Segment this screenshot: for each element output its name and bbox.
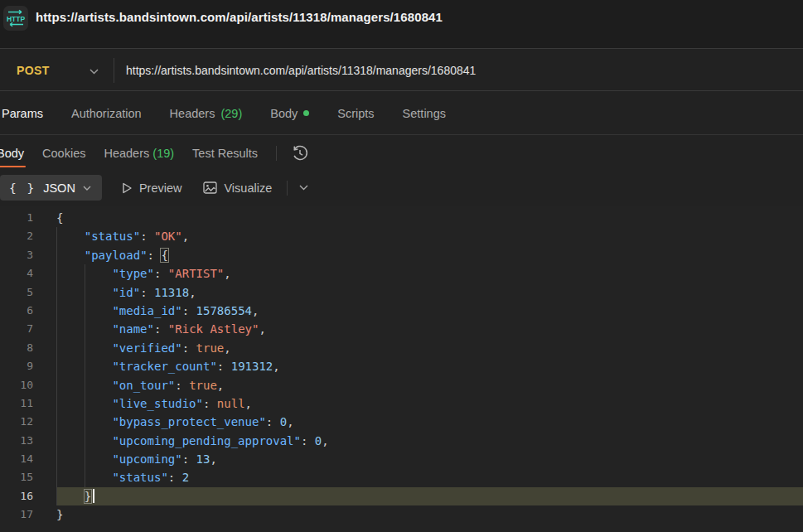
- tab-scripts[interactable]: Scripts: [337, 107, 374, 120]
- divider: [287, 181, 288, 196]
- request-tabs: Params Authorization Headers (29) Body S…: [0, 92, 803, 135]
- code-line: 11"live_studio": null,: [0, 394, 803, 413]
- visualize-button[interactable]: Visualize: [203, 181, 272, 195]
- method-label: POST: [17, 64, 50, 77]
- tab-params[interactable]: Params: [2, 107, 43, 120]
- url-input[interactable]: https://artists.bandsintown.com/api/arti…: [114, 50, 803, 90]
- code-line: 17}: [0, 505, 803, 524]
- request-title: https://artists.bandsintown.com/api/arti…: [36, 10, 443, 24]
- response-tab-headers-label: Headers: [104, 147, 149, 160]
- method-dropdown[interactable]: POST: [0, 50, 114, 90]
- request-url-row: POST https://artists.bandsintown.com/api…: [0, 50, 803, 91]
- tab-settings-label: Settings: [403, 107, 446, 120]
- request-title-bar: HTTP https://artists.bandsintown.com/api…: [0, 0, 803, 49]
- response-history-button[interactable]: [290, 143, 310, 163]
- response-headers-count-badge: (19): [152, 147, 174, 160]
- response-tab-cookies-label: Cookies: [42, 147, 85, 160]
- tab-body[interactable]: Body: [270, 107, 309, 120]
- code-line: 15"status": 2: [0, 468, 803, 486]
- response-format-dropdown[interactable]: { } JSON: [0, 175, 102, 201]
- preview-button[interactable]: Preview: [122, 181, 182, 195]
- line-number: 4: [0, 264, 33, 283]
- braces-icon: { }: [9, 181, 36, 195]
- line-number: 12: [0, 413, 33, 431]
- line-number: 5: [0, 283, 33, 302]
- line-number: 11: [0, 394, 33, 413]
- code-line: 10"on_tour": true,: [0, 376, 803, 394]
- line-number: 17: [0, 505, 33, 524]
- line-number: 15: [0, 468, 33, 486]
- code-line: 6"media_id": 15786554,: [0, 302, 803, 320]
- line-number: 8: [0, 339, 33, 357]
- preview-label: Preview: [139, 181, 182, 195]
- format-label: JSON: [43, 181, 75, 195]
- response-tabs: Body Cookies Headers (19) Test Results: [0, 136, 803, 170]
- line-number: 9: [0, 357, 33, 375]
- response-tab-test-results-label: Test Results: [192, 147, 258, 160]
- more-formats-chevron[interactable]: [299, 185, 308, 191]
- tab-settings[interactable]: Settings: [403, 107, 446, 120]
- http-method-icon: HTTP: [3, 6, 28, 31]
- tab-scripts-label: Scripts: [337, 107, 374, 120]
- response-tab-test-results[interactable]: Test Results: [192, 136, 258, 170]
- code-line: 12"bypass_protect_venue": 0,: [0, 413, 803, 431]
- chevron-down-icon: [83, 186, 91, 191]
- tab-headers-label: Headers: [170, 107, 215, 120]
- line-number: 10: [0, 376, 33, 394]
- clock-history-icon: [290, 143, 310, 163]
- line-number: 14: [0, 450, 33, 468]
- code-line: 7"name": "Rick Astley",: [0, 320, 803, 338]
- response-tab-body-label: Body: [0, 147, 24, 160]
- code-line: 16}: [0, 487, 803, 505]
- code-line: 5"id": 11318,: [0, 283, 803, 302]
- api-client-window: HTTP https://artists.bandsintown.com/api…: [0, 0, 803, 532]
- chevron-down-icon: [89, 63, 99, 78]
- code-line: 14"upcoming": 13,: [0, 450, 803, 468]
- line-number: 7: [0, 320, 33, 338]
- response-body-viewer[interactable]: 1{2"status": "OK",3"payload": {4"type": …: [0, 206, 803, 532]
- code-line: 4"type": "ARTIST",: [0, 264, 803, 283]
- response-toolbar: { } JSON Preview Visualize: [0, 170, 803, 206]
- text-cursor: [93, 489, 94, 503]
- tab-authorization[interactable]: Authorization: [71, 107, 142, 120]
- svg-text:HTTP: HTTP: [7, 15, 26, 23]
- code-line: 9"tracker_count": 191312,: [0, 357, 803, 375]
- code-line: 13"upcoming_pending_approval": 0,: [0, 432, 803, 450]
- code-line: 3"payload": {: [0, 246, 803, 264]
- code-line: 8"verified": true,: [0, 339, 803, 357]
- line-number: 13: [0, 432, 33, 450]
- response-tab-cookies[interactable]: Cookies: [42, 136, 85, 170]
- divider: [276, 146, 277, 161]
- tab-authorization-label: Authorization: [71, 107, 142, 120]
- code-line: 2"status": "OK",: [0, 227, 803, 245]
- image-icon: [203, 181, 217, 194]
- response-tab-body[interactable]: Body: [0, 136, 24, 170]
- tab-params-label: Params: [2, 107, 43, 120]
- line-number: 6: [0, 302, 33, 320]
- body-present-dot: [303, 110, 309, 116]
- code-line: 1{: [0, 209, 803, 227]
- play-icon: [122, 182, 133, 194]
- tab-headers[interactable]: Headers (29): [170, 107, 243, 120]
- visualize-label: Visualize: [224, 181, 272, 195]
- response-tab-headers[interactable]: Headers (19): [104, 136, 174, 170]
- line-number: 3: [0, 246, 33, 264]
- headers-count-badge: (29): [220, 107, 242, 120]
- line-number: 2: [0, 227, 33, 245]
- line-number: 16: [0, 487, 33, 505]
- line-number: 1: [0, 209, 33, 227]
- tab-body-label: Body: [270, 107, 297, 120]
